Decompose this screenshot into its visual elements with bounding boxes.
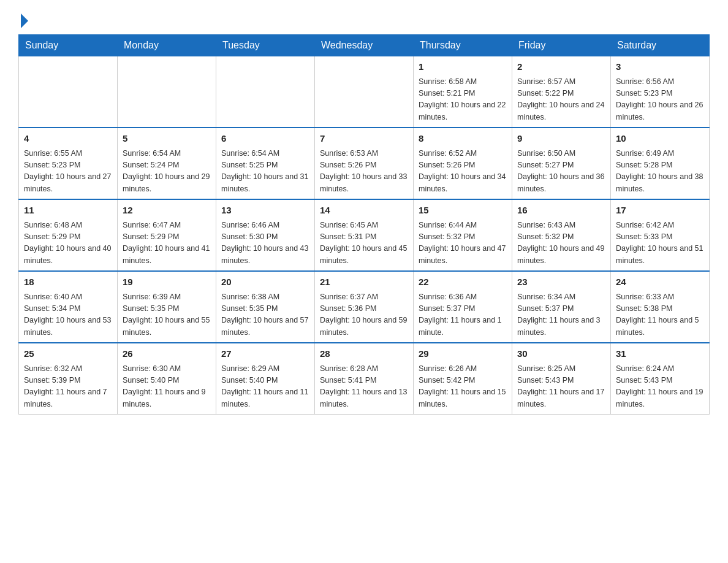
day-number: 24 (616, 275, 704, 289)
day-number: 17 (616, 204, 704, 218)
day-info: Sunrise: 6:38 AMSunset: 5:35 PMDaylight:… (221, 291, 309, 339)
weekday-header-thursday: Thursday (414, 35, 512, 56)
calendar-table: SundayMondayTuesdayWednesdayThursdayFrid… (18, 34, 710, 415)
calendar-cell: 23Sunrise: 6:34 AMSunset: 5:37 PMDayligh… (512, 271, 611, 343)
day-number: 13 (221, 204, 309, 218)
day-number: 4 (24, 132, 112, 146)
day-number: 27 (221, 347, 309, 361)
calendar-cell: 7Sunrise: 6:53 AMSunset: 5:26 PMDaylight… (315, 128, 414, 199)
day-number: 30 (517, 347, 605, 361)
day-number: 1 (419, 60, 507, 74)
logo (18, 12, 28, 28)
day-info: Sunrise: 6:40 AMSunset: 5:34 PMDaylight:… (24, 291, 112, 339)
calendar-cell: 1Sunrise: 6:58 AMSunset: 5:21 PMDaylight… (414, 56, 512, 128)
calendar-cell: 30Sunrise: 6:25 AMSunset: 5:43 PMDayligh… (512, 343, 611, 415)
day-info: Sunrise: 6:39 AMSunset: 5:35 PMDaylight:… (123, 291, 211, 339)
day-number: 10 (616, 132, 704, 146)
day-number: 8 (419, 132, 507, 146)
day-number: 20 (221, 275, 309, 289)
day-number: 28 (320, 347, 408, 361)
day-number: 22 (419, 275, 507, 289)
day-info: Sunrise: 6:30 AMSunset: 5:40 PMDaylight:… (123, 363, 211, 411)
calendar-cell: 17Sunrise: 6:42 AMSunset: 5:33 PMDayligh… (611, 199, 710, 271)
day-info: Sunrise: 6:44 AMSunset: 5:32 PMDaylight:… (419, 220, 507, 267)
day-number: 21 (320, 275, 408, 289)
calendar-cell: 18Sunrise: 6:40 AMSunset: 5:34 PMDayligh… (19, 271, 118, 343)
calendar-cell: 8Sunrise: 6:52 AMSunset: 5:26 PMDaylight… (414, 128, 512, 199)
calendar-cell: 20Sunrise: 6:38 AMSunset: 5:35 PMDayligh… (216, 271, 315, 343)
day-info: Sunrise: 6:43 AMSunset: 5:32 PMDaylight:… (517, 220, 605, 267)
day-info: Sunrise: 6:45 AMSunset: 5:31 PMDaylight:… (320, 220, 408, 267)
day-number: 23 (517, 275, 605, 289)
day-info: Sunrise: 6:56 AMSunset: 5:23 PMDaylight:… (616, 76, 704, 124)
calendar-cell: 13Sunrise: 6:46 AMSunset: 5:30 PMDayligh… (216, 199, 315, 271)
day-info: Sunrise: 6:48 AMSunset: 5:29 PMDaylight:… (24, 220, 112, 267)
day-info: Sunrise: 6:50 AMSunset: 5:27 PMDaylight:… (517, 148, 605, 196)
day-info: Sunrise: 6:26 AMSunset: 5:42 PMDaylight:… (419, 363, 507, 411)
day-info: Sunrise: 6:24 AMSunset: 5:43 PMDaylight:… (616, 363, 704, 411)
calendar-cell: 27Sunrise: 6:29 AMSunset: 5:40 PMDayligh… (216, 343, 315, 415)
day-info: Sunrise: 6:57 AMSunset: 5:22 PMDaylight:… (517, 76, 605, 124)
day-info: Sunrise: 6:34 AMSunset: 5:37 PMDaylight:… (517, 291, 605, 339)
day-number: 15 (419, 204, 507, 218)
calendar-cell: 12Sunrise: 6:47 AMSunset: 5:29 PMDayligh… (118, 199, 216, 271)
day-info: Sunrise: 6:47 AMSunset: 5:29 PMDaylight:… (123, 220, 211, 267)
calendar-cell (118, 56, 216, 128)
day-number: 19 (123, 275, 211, 289)
day-info: Sunrise: 6:58 AMSunset: 5:21 PMDaylight:… (419, 76, 507, 124)
day-number: 14 (320, 204, 408, 218)
day-number: 29 (419, 347, 507, 361)
calendar-cell: 22Sunrise: 6:36 AMSunset: 5:37 PMDayligh… (414, 271, 512, 343)
calendar-week-row: 11Sunrise: 6:48 AMSunset: 5:29 PMDayligh… (19, 199, 710, 271)
calendar-week-row: 25Sunrise: 6:32 AMSunset: 5:39 PMDayligh… (19, 343, 710, 415)
weekday-header-saturday: Saturday (611, 35, 710, 56)
day-number: 12 (123, 204, 211, 218)
calendar-cell: 4Sunrise: 6:55 AMSunset: 5:23 PMDaylight… (19, 128, 118, 199)
day-info: Sunrise: 6:28 AMSunset: 5:41 PMDaylight:… (320, 363, 408, 411)
day-info: Sunrise: 6:29 AMSunset: 5:40 PMDaylight:… (221, 363, 309, 411)
calendar-cell: 31Sunrise: 6:24 AMSunset: 5:43 PMDayligh… (611, 343, 710, 415)
day-info: Sunrise: 6:32 AMSunset: 5:39 PMDaylight:… (24, 363, 112, 411)
calendar-week-row: 4Sunrise: 6:55 AMSunset: 5:23 PMDaylight… (19, 128, 710, 199)
page-header (18, 12, 710, 28)
calendar-cell: 5Sunrise: 6:54 AMSunset: 5:24 PMDaylight… (118, 128, 216, 199)
day-info: Sunrise: 6:33 AMSunset: 5:38 PMDaylight:… (616, 291, 704, 339)
weekday-header-sunday: Sunday (19, 35, 118, 56)
calendar-cell: 14Sunrise: 6:45 AMSunset: 5:31 PMDayligh… (315, 199, 414, 271)
day-number: 6 (221, 132, 309, 146)
calendar-cell: 19Sunrise: 6:39 AMSunset: 5:35 PMDayligh… (118, 271, 216, 343)
calendar-week-row: 1Sunrise: 6:58 AMSunset: 5:21 PMDaylight… (19, 56, 710, 128)
day-info: Sunrise: 6:42 AMSunset: 5:33 PMDaylight:… (616, 220, 704, 267)
day-number: 11 (24, 204, 112, 218)
day-number: 2 (517, 60, 605, 74)
calendar-cell: 28Sunrise: 6:28 AMSunset: 5:41 PMDayligh… (315, 343, 414, 415)
weekday-header-friday: Friday (512, 35, 611, 56)
day-info: Sunrise: 6:55 AMSunset: 5:23 PMDaylight:… (24, 148, 112, 196)
calendar-cell (315, 56, 414, 128)
weekday-header-wednesday: Wednesday (315, 35, 414, 56)
calendar-cell: 11Sunrise: 6:48 AMSunset: 5:29 PMDayligh… (19, 199, 118, 271)
day-info: Sunrise: 6:37 AMSunset: 5:36 PMDaylight:… (320, 291, 408, 339)
logo-triangle-icon (21, 13, 28, 28)
calendar-cell: 26Sunrise: 6:30 AMSunset: 5:40 PMDayligh… (118, 343, 216, 415)
day-number: 3 (616, 60, 704, 74)
day-number: 26 (123, 347, 211, 361)
day-number: 31 (616, 347, 704, 361)
weekday-header-tuesday: Tuesday (216, 35, 315, 56)
day-info: Sunrise: 6:54 AMSunset: 5:24 PMDaylight:… (123, 148, 211, 196)
calendar-cell: 10Sunrise: 6:49 AMSunset: 5:28 PMDayligh… (611, 128, 710, 199)
day-info: Sunrise: 6:36 AMSunset: 5:37 PMDaylight:… (419, 291, 507, 339)
day-info: Sunrise: 6:53 AMSunset: 5:26 PMDaylight:… (320, 148, 408, 196)
day-number: 9 (517, 132, 605, 146)
calendar-cell: 15Sunrise: 6:44 AMSunset: 5:32 PMDayligh… (414, 199, 512, 271)
calendar-cell (216, 56, 315, 128)
weekday-header-monday: Monday (118, 35, 216, 56)
calendar-cell: 16Sunrise: 6:43 AMSunset: 5:32 PMDayligh… (512, 199, 611, 271)
day-info: Sunrise: 6:52 AMSunset: 5:26 PMDaylight:… (419, 148, 507, 196)
calendar-week-row: 18Sunrise: 6:40 AMSunset: 5:34 PMDayligh… (19, 271, 710, 343)
calendar-cell: 9Sunrise: 6:50 AMSunset: 5:27 PMDaylight… (512, 128, 611, 199)
day-number: 18 (24, 275, 112, 289)
day-number: 7 (320, 132, 408, 146)
day-info: Sunrise: 6:25 AMSunset: 5:43 PMDaylight:… (517, 363, 605, 411)
day-number: 5 (123, 132, 211, 146)
